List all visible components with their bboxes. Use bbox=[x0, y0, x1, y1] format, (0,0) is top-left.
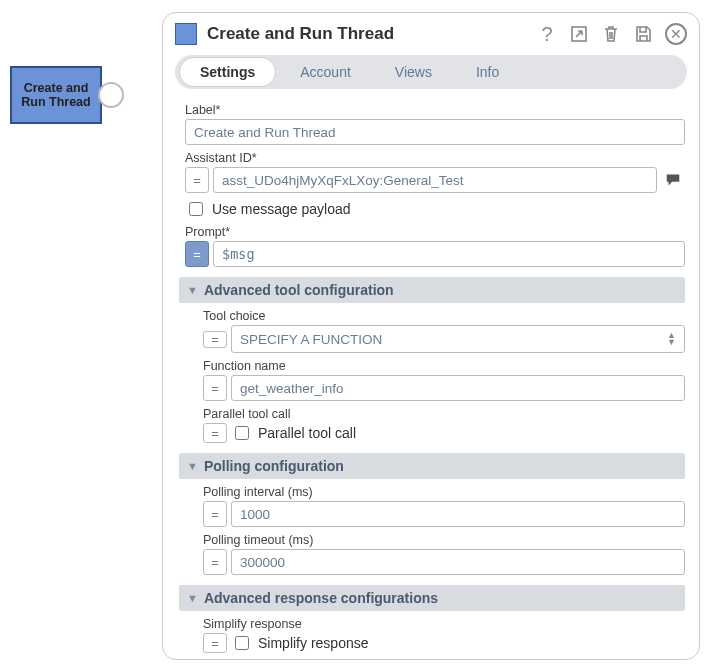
section-advanced-tool[interactable]: ▼ Advanced tool configuration bbox=[179, 277, 685, 303]
delete-icon[interactable] bbox=[601, 24, 621, 44]
tool-choice-value: SPECIFY A FUNCTION bbox=[240, 332, 382, 347]
label-poll-interval: Polling interval (ms) bbox=[203, 485, 685, 499]
section-title-polling: Polling configuration bbox=[204, 458, 344, 474]
panel-title: Create and Run Thread bbox=[207, 24, 527, 44]
use-msg-payload-label: Use message payload bbox=[212, 201, 351, 217]
function-name-input[interactable] bbox=[231, 375, 685, 401]
label-assistant-id: Assistant ID* bbox=[185, 151, 685, 165]
tab-settings[interactable]: Settings bbox=[179, 57, 276, 87]
title-swatch bbox=[175, 23, 197, 45]
panel-header: Create and Run Thread ? ✕ bbox=[163, 13, 699, 51]
eq-button-toolchoice[interactable]: = bbox=[203, 331, 227, 348]
prompt-input[interactable] bbox=[213, 241, 685, 267]
tab-views[interactable]: Views bbox=[375, 58, 452, 86]
label-function-name: Function name bbox=[203, 359, 685, 373]
eq-button-interval[interactable]: = bbox=[203, 501, 227, 527]
eq-button-assistant[interactable]: = bbox=[185, 167, 209, 193]
tab-info[interactable]: Info bbox=[456, 58, 519, 86]
simplify-chk-label: Simplify response bbox=[258, 635, 369, 651]
node-label: Create and Run Thread bbox=[16, 81, 96, 110]
assistant-id-input[interactable] bbox=[213, 167, 657, 193]
section-polling[interactable]: ▼ Polling configuration bbox=[179, 453, 685, 479]
label-tool-choice: Tool choice bbox=[203, 309, 685, 323]
tab-row: Settings Account Views Info bbox=[175, 55, 687, 89]
tab-account[interactable]: Account bbox=[280, 58, 371, 86]
eq-button-funcname[interactable]: = bbox=[203, 375, 227, 401]
poll-timeout-input[interactable] bbox=[231, 549, 685, 575]
eq-button-simplify[interactable]: = bbox=[203, 633, 227, 653]
label-prompt: Prompt* bbox=[185, 225, 685, 239]
pipeline-node[interactable]: Create and Run Thread bbox=[10, 66, 124, 124]
save-icon[interactable] bbox=[633, 24, 653, 44]
poll-interval-input[interactable] bbox=[231, 501, 685, 527]
simplify-checkbox[interactable] bbox=[235, 636, 249, 650]
export-icon[interactable] bbox=[569, 24, 589, 44]
eq-button-timeout[interactable]: = bbox=[203, 549, 227, 575]
node-output-port[interactable] bbox=[98, 82, 124, 108]
eq-button-parallel[interactable]: = bbox=[203, 423, 227, 443]
settings-scroll[interactable]: Label* Assistant ID* = Use message paylo… bbox=[163, 89, 699, 659]
label-input[interactable] bbox=[185, 119, 685, 145]
tool-choice-select[interactable]: SPECIFY A FUNCTION ▲▼ bbox=[231, 325, 685, 353]
suggest-icon[interactable] bbox=[661, 167, 685, 193]
config-panel: Create and Run Thread ? ✕ Settings Accou… bbox=[162, 12, 700, 660]
label-label: Label* bbox=[185, 103, 685, 117]
stepper-icon: ▲▼ bbox=[667, 332, 676, 346]
parallel-tool-chk-label: Parallel tool call bbox=[258, 425, 356, 441]
label-simplify: Simplify response bbox=[203, 617, 685, 631]
header-actions: ? ✕ bbox=[537, 23, 687, 45]
section-title-adv-tool: Advanced tool configuration bbox=[204, 282, 394, 298]
chevron-down-icon: ▼ bbox=[187, 284, 198, 296]
eq-button-prompt[interactable]: = bbox=[185, 241, 209, 267]
help-icon[interactable]: ? bbox=[537, 24, 557, 44]
section-adv-response[interactable]: ▼ Advanced response configurations bbox=[179, 585, 685, 611]
chevron-down-icon: ▼ bbox=[187, 592, 198, 604]
use-msg-payload-checkbox[interactable] bbox=[189, 202, 203, 216]
label-parallel-tool: Parallel tool call bbox=[203, 407, 685, 421]
section-title-adv-resp: Advanced response configurations bbox=[204, 590, 438, 606]
label-poll-timeout: Polling timeout (ms) bbox=[203, 533, 685, 547]
parallel-tool-checkbox[interactable] bbox=[235, 426, 249, 440]
close-icon[interactable]: ✕ bbox=[665, 23, 687, 45]
node-box[interactable]: Create and Run Thread bbox=[10, 66, 102, 124]
chevron-down-icon: ▼ bbox=[187, 460, 198, 472]
